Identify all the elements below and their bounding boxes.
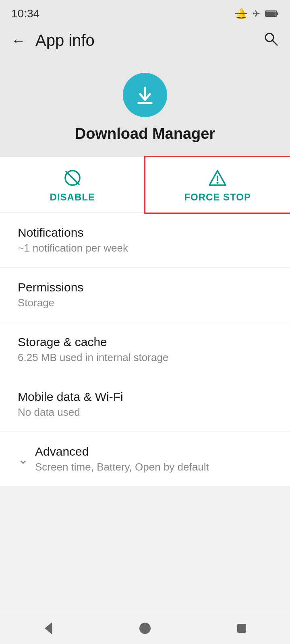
advanced-subtitle: Screen time, Battery, Open by default — [35, 461, 272, 473]
page-title: App info — [35, 31, 263, 50]
app-icon-section: Download Manager — [0, 57, 290, 157]
app-bar: ← App info — [0, 24, 290, 57]
airplane-icon: ✈ — [252, 8, 260, 19]
status-icons: 🔔 ✈ — [235, 8, 279, 19]
force-stop-icon — [208, 168, 227, 188]
action-buttons-row: DISABLE FORCE STOP — [0, 157, 290, 213]
permissions-subtitle: Storage — [18, 297, 272, 309]
notifications-title: Notifications — [18, 226, 272, 239]
advanced-content: Advanced Screen time, Battery, Open by d… — [35, 445, 272, 473]
permissions-item[interactable]: Permissions Storage — [0, 268, 290, 322]
notifications-content: Notifications ~1 notification per week — [18, 226, 272, 254]
bottom-nav — [0, 612, 290, 644]
disable-icon — [63, 168, 82, 188]
mobile-data-item[interactable]: Mobile data & Wi-Fi No data used — [0, 377, 290, 432]
force-stop-button[interactable]: FORCE STOP — [145, 157, 290, 213]
force-stop-label: FORCE STOP — [184, 192, 251, 203]
storage-content: Storage & cache 6.25 MB used in internal… — [18, 335, 272, 364]
disable-button[interactable]: DISABLE — [0, 157, 145, 213]
svg-rect-1 — [277, 12, 278, 15]
app-icon — [123, 73, 167, 117]
svg-point-12 — [139, 623, 151, 634]
status-bar: 10:34 🔔 ✈ — [0, 0, 290, 24]
storage-title: Storage & cache — [18, 335, 272, 349]
permissions-content: Permissions Storage — [18, 281, 272, 309]
mobile-data-title: Mobile data & Wi-Fi — [18, 390, 272, 404]
mute-icon: 🔔 — [235, 8, 247, 19]
mobile-data-content: Mobile data & Wi-Fi No data used — [18, 390, 272, 419]
svg-rect-2 — [266, 12, 276, 16]
svg-point-10 — [217, 182, 219, 184]
permissions-title: Permissions — [18, 281, 272, 294]
search-button[interactable] — [263, 31, 279, 50]
app-name: Download Manager — [75, 125, 215, 142]
battery-icon — [265, 10, 279, 18]
status-time: 10:34 — [11, 7, 39, 20]
storage-item[interactable]: Storage & cache 6.25 MB used in internal… — [0, 322, 290, 377]
mobile-data-subtitle: No data used — [18, 406, 272, 419]
advanced-title: Advanced — [35, 445, 272, 458]
nav-back-button[interactable] — [32, 616, 64, 640]
settings-list: Notifications ~1 notification per week P… — [0, 213, 290, 487]
svg-rect-13 — [237, 624, 246, 633]
notifications-item[interactable]: Notifications ~1 notification per week — [0, 213, 290, 268]
svg-line-7 — [66, 171, 79, 184]
chevron-down-icon: ⌄ — [18, 452, 29, 467]
disable-label: DISABLE — [50, 192, 95, 203]
svg-marker-11 — [45, 622, 52, 634]
nav-home-button[interactable] — [129, 616, 161, 640]
notifications-subtitle: ~1 notification per week — [18, 242, 272, 254]
nav-recents-button[interactable] — [226, 616, 258, 640]
advanced-item[interactable]: ⌄ Advanced Screen time, Battery, Open by… — [0, 432, 290, 487]
storage-subtitle: 6.25 MB used in internal storage — [18, 351, 272, 364]
back-button[interactable]: ← — [11, 33, 26, 48]
svg-line-4 — [272, 40, 277, 45]
